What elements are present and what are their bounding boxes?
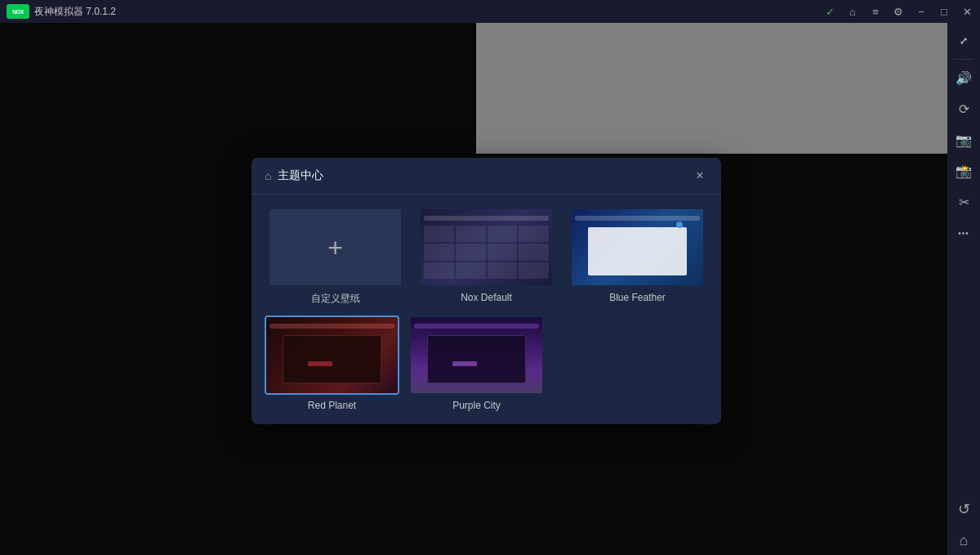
screenshot-button[interactable]: 📷 <box>949 125 978 154</box>
titlebar: NOX 夜神模拟器 7.0.1.2 ✓ ⌂ ≡ ⚙ − □ ✕ <box>0 0 980 23</box>
thumb-blue-bg <box>572 209 703 285</box>
theme-icon: ⌂ <box>265 169 271 182</box>
thumb-red-bg <box>266 317 398 393</box>
theme-label-blue: Blue Feather <box>609 292 666 303</box>
theme-center-dialog: ⌂ 主题中心 × + 自定义壁纸 <box>252 158 721 424</box>
thumb-blue-bar <box>575 216 700 221</box>
scissors-button[interactable]: ✂ <box>949 187 978 217</box>
theme-label-custom: 自定义壁纸 <box>311 292 360 306</box>
theme-item-purple[interactable]: Purple City <box>409 316 544 411</box>
settings-icon[interactable]: ⚙ <box>889 2 908 21</box>
thumb-red-dialog <box>283 335 381 383</box>
sidebar-divider-1 <box>954 59 973 60</box>
dialog-body: + 自定义壁纸 <box>252 195 721 424</box>
app-title: 夜神模拟器 7.0.1.2 <box>34 5 116 19</box>
thumb-red-bar <box>270 324 394 329</box>
nox-cell-1 <box>424 226 454 242</box>
thumb-blue-pointer <box>676 222 683 228</box>
main-area: ⤢ 🔊 ⟳ 📷 📸 ✂ ••• ↺ ⌂ ⌂ 主题中心 × + <box>0 23 980 555</box>
check-icon[interactable]: ✓ <box>820 2 840 21</box>
right-sidebar: ⤢ 🔊 ⟳ 📷 📸 ✂ ••• ↺ ⌂ <box>947 23 980 555</box>
dialog-title: 主题中心 <box>278 168 692 183</box>
titlebar-left: NOX 夜神模拟器 7.0.1.2 <box>0 4 820 19</box>
theme-item-custom[interactable]: + 自定义壁纸 <box>265 208 406 306</box>
theme-thumbnail-custom[interactable]: + <box>268 208 403 287</box>
theme-grid-top: + 自定义壁纸 <box>265 208 708 306</box>
back-button[interactable]: ↺ <box>949 495 978 524</box>
nox-cell-10 <box>456 262 486 279</box>
camera-button[interactable]: 📸 <box>949 156 978 186</box>
nox-cell-9 <box>424 262 454 279</box>
thumb-purple-btn <box>452 361 477 366</box>
expand-button[interactable]: ⤢ <box>949 26 978 56</box>
theme-grid-bottom: Red Planet Purple City <box>265 316 708 411</box>
nox-cell-3 <box>488 226 518 242</box>
nox-cell-7 <box>488 244 518 260</box>
home-button[interactable]: ⌂ <box>949 526 978 555</box>
thumb-purple-bg <box>411 317 542 393</box>
nox-cell-2 <box>456 226 486 242</box>
dialog-close-button[interactable]: × <box>692 168 708 184</box>
nox-cell-12 <box>519 262 549 279</box>
hamburger-icon[interactable]: ≡ <box>866 2 885 21</box>
theme-label-red: Red Planet <box>308 400 356 411</box>
theme-thumbnail-purple[interactable] <box>409 316 544 395</box>
thumb-nox-grid <box>424 226 549 279</box>
home-titlebar-icon[interactable]: ⌂ <box>843 2 862 21</box>
titlebar-controls: ✓ ⌂ ≡ ⚙ − □ ✕ <box>820 2 980 21</box>
more-button[interactable]: ••• <box>949 218 978 248</box>
theme-thumbnail-nox[interactable] <box>419 208 554 287</box>
nox-cell-6 <box>456 244 486 260</box>
volume-button[interactable]: 🔊 <box>949 63 978 92</box>
add-icon: + <box>327 235 343 261</box>
thumb-nox-bg <box>421 209 552 285</box>
dialog-header: ⌂ 主题中心 × <box>252 158 721 195</box>
theme-item-blue[interactable]: Blue Feather <box>567 208 708 306</box>
theme-label-purple: Purple City <box>452 400 501 411</box>
thumb-custom-bg: + <box>270 209 401 285</box>
minimize-icon[interactable]: − <box>911 2 931 21</box>
theme-thumbnail-red[interactable] <box>265 316 399 395</box>
thumb-blue-dialog <box>588 227 687 275</box>
thumb-nox-bar <box>424 216 549 221</box>
theme-item-red[interactable]: Red Planet <box>265 316 399 411</box>
app-logo: NOX <box>7 4 29 19</box>
theme-label-nox: Nox Default <box>461 292 512 303</box>
theme-item-nox[interactable]: Nox Default <box>416 208 557 306</box>
thumb-purple-bar <box>414 324 539 329</box>
thumb-purple-dialog <box>427 335 526 383</box>
nox-cell-5 <box>424 244 454 260</box>
thumb-red-btn <box>308 361 332 366</box>
nox-cell-8 <box>519 244 549 260</box>
theme-thumbnail-blue[interactable] <box>570 208 705 287</box>
nox-cell-4 <box>519 226 549 242</box>
nox-cell-11 <box>488 262 518 279</box>
maximize-icon[interactable]: □ <box>934 2 954 21</box>
close-icon[interactable]: ✕ <box>957 2 977 21</box>
rotate-button[interactable]: ⟳ <box>949 94 978 123</box>
logo-text: NOX <box>12 9 24 15</box>
